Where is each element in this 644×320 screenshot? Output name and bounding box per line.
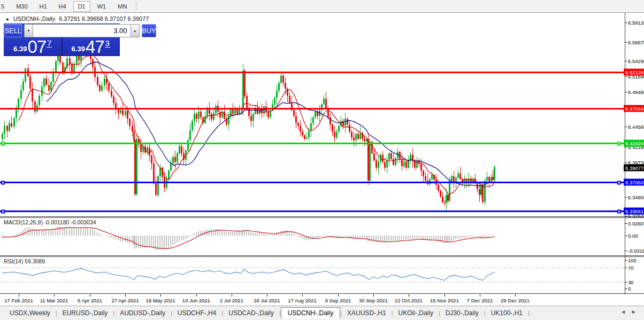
macd-bar xyxy=(451,236,452,241)
candle xyxy=(272,100,273,112)
macd-bar xyxy=(395,236,396,241)
macd-bar xyxy=(289,231,290,236)
macd-bar xyxy=(410,236,411,239)
chart-tab-usdchfh4[interactable]: USDCHF-,H4 xyxy=(172,308,222,318)
macd-bar xyxy=(241,231,242,236)
candle xyxy=(185,149,187,166)
macd-bar xyxy=(329,236,331,236)
volume-increase-button[interactable]: ▲ xyxy=(131,24,140,37)
chart-tab-eurusddaily[interactable]: EURUSD-,Daily xyxy=(57,308,113,318)
line-handle[interactable] xyxy=(617,181,621,184)
chart-tab-usdcaddaily[interactable]: USDCAD-,Daily xyxy=(223,308,279,318)
date-label: 5 Apr 2021 xyxy=(78,298,102,303)
macd-bar xyxy=(282,230,283,236)
one-click-collapse-icon[interactable]: ▲ xyxy=(5,17,10,21)
date-label: 10 Jun 2021 xyxy=(182,298,210,303)
volume-decrease-button[interactable]: ▼ xyxy=(24,24,33,37)
candle xyxy=(289,92,290,104)
candle xyxy=(200,108,202,119)
price-axis-tick xyxy=(625,61,627,61)
chart-tab-ukoildaily[interactable]: UKOil-,Daily xyxy=(393,308,439,318)
macd-bar xyxy=(327,235,328,236)
candle xyxy=(470,176,472,185)
horizontal-line-341[interactable] xyxy=(0,182,625,183)
macd-bar xyxy=(312,236,313,239)
candle xyxy=(181,144,182,157)
macd-bar xyxy=(129,236,130,243)
price-line-label: 6.33041 xyxy=(624,208,644,215)
chart-tab-bar: USDX,Weekly|EURUSD-,Daily|AUDUSD-,Daily|… xyxy=(0,306,644,320)
line-handle[interactable] xyxy=(1,209,5,213)
chart-tab-uk100h1[interactable]: UK100-,H1 xyxy=(486,308,528,318)
date-tick xyxy=(444,294,445,296)
macd-bar xyxy=(94,230,95,236)
timeframe-button-mn[interactable]: MN xyxy=(113,1,132,12)
macd-bar xyxy=(132,236,133,244)
timeframe-button-h4[interactable]: H4 xyxy=(54,1,71,12)
macd-bar xyxy=(172,236,173,245)
macd-bar xyxy=(202,230,203,236)
macd-bar xyxy=(367,236,369,241)
macd-bar xyxy=(133,236,134,245)
line-handle[interactable] xyxy=(1,142,5,145)
panel-splitter-rsi[interactable] xyxy=(0,255,644,257)
macd-bar xyxy=(113,236,114,238)
candle xyxy=(342,119,344,129)
candle xyxy=(399,151,401,163)
buy-price-display[interactable]: 6.39 47 3 xyxy=(63,37,120,56)
macd-bar xyxy=(278,232,279,236)
macd-bar xyxy=(185,236,186,239)
timeframe-button-d1[interactable]: D1 xyxy=(73,1,90,12)
macd-bar xyxy=(492,236,493,236)
horizontal-line-395[interactable] xyxy=(0,210,625,212)
tab-scroll-left-icon[interactable]: ◄ xyxy=(620,309,626,315)
sell-price-prefix: 6.39 xyxy=(13,45,27,52)
macd-bar xyxy=(177,236,178,243)
candle xyxy=(239,105,240,115)
line-handle[interactable] xyxy=(617,209,621,213)
macd-bar xyxy=(274,233,275,236)
volume-input[interactable] xyxy=(33,24,131,37)
horizontal-line-135[interactable] xyxy=(0,72,625,73)
buy-button[interactable]: BUY xyxy=(142,24,157,37)
sell-price-display[interactable]: 6.39 07 7 xyxy=(4,37,63,56)
macd-bar xyxy=(257,233,258,236)
candle xyxy=(267,108,269,119)
candle xyxy=(306,133,308,140)
horizontal-line-268[interactable] xyxy=(0,143,625,144)
macd-bar xyxy=(488,236,489,237)
buy-price-pip: 3 xyxy=(105,39,110,48)
macd-bar xyxy=(149,236,150,247)
timeframe-button-m30[interactable]: M30 xyxy=(11,1,32,12)
horizontal-line-203[interactable] xyxy=(0,108,625,110)
timeframe-button-5[interactable]: 5 xyxy=(0,1,9,12)
date-tick xyxy=(232,294,232,296)
chart-tab-xauusdh1[interactable]: XAUUSD-,H1 xyxy=(342,308,392,318)
macd-bar xyxy=(104,235,105,236)
chart-tab-audusddaily[interactable]: AUDUSD-,Daily xyxy=(114,308,171,318)
date-tick xyxy=(480,294,480,296)
macd-bar xyxy=(252,232,254,236)
candle xyxy=(355,132,357,146)
macd-bar xyxy=(453,236,454,240)
panel-splitter-macd[interactable] xyxy=(0,216,644,218)
line-handle[interactable] xyxy=(1,181,5,184)
candle xyxy=(2,131,3,142)
date-tick xyxy=(160,294,161,296)
timeframe-button-w1[interactable]: W1 xyxy=(93,1,111,12)
candle xyxy=(66,56,68,71)
macd-bar xyxy=(228,231,229,236)
sell-button[interactable]: SELL xyxy=(4,24,22,37)
macd-bar xyxy=(136,236,137,248)
line-handle[interactable] xyxy=(617,142,621,145)
price-line-label: 6.47044 xyxy=(624,105,644,112)
tab-scroll-right-icon[interactable]: ► xyxy=(631,309,637,315)
timeframe-button-h1[interactable]: H1 xyxy=(35,1,52,12)
candle xyxy=(347,117,348,127)
chart-tab-usdxweekly[interactable]: USDX,Weekly xyxy=(4,308,56,318)
chart-tab-usdcnhdaily[interactable]: USDCNH-,Daily xyxy=(281,307,340,319)
rsi-axis-label: 0 xyxy=(628,286,631,292)
candle xyxy=(362,131,363,141)
candle xyxy=(282,73,284,86)
chart-tab-dj30daily[interactable]: DJ30-,Daily xyxy=(440,308,484,318)
